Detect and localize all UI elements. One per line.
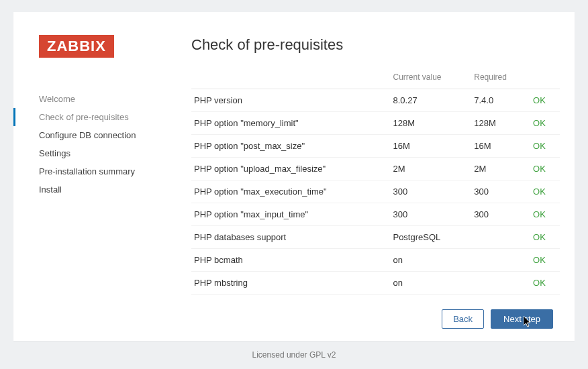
cell-name: PHP option "max_execution_time" [191, 180, 390, 203]
cell-required: 300 [471, 180, 530, 203]
cell-current: on [390, 249, 471, 272]
table-row: PHP option "upload_max_filesize"2M2MOK [191, 158, 560, 180]
table-row: PHP option "memory_limit"128M128MOK [191, 112, 560, 135]
cell-required: 128M [471, 112, 530, 135]
nav-item-4[interactable]: Pre-installation summary [39, 162, 178, 180]
cell-current: 16M [390, 135, 471, 158]
cell-name: PHP option "post_max_size" [191, 135, 390, 158]
cell-required: 2M [471, 158, 530, 180]
cell-status: OK [530, 180, 560, 203]
table-row: PHP option "max_execution_time"300300OK [191, 180, 560, 203]
back-button[interactable]: Back [442, 309, 484, 329]
table-row: PHP bcmathonOK [191, 249, 560, 272]
nav-item-3[interactable]: Settings [39, 144, 178, 162]
cell-current: PostgreSQL [390, 226, 471, 249]
cell-required: 7.4.0 [471, 89, 530, 112]
cell-name: PHP databases support [191, 226, 390, 249]
cell-status: OK [530, 203, 560, 226]
nav-item-1[interactable]: Check of pre-requisites [13, 108, 178, 126]
col-header-name [191, 67, 390, 89]
cell-current: 300 [390, 180, 471, 203]
cell-name: PHP bcmath [191, 249, 390, 272]
cell-status: OK [530, 135, 560, 158]
cell-required: 16M [471, 135, 530, 158]
logo: ZABBIX [39, 35, 114, 58]
cell-name: PHP option "memory_limit" [191, 112, 390, 135]
nav-list: WelcomeCheck of pre-requisitesConfigure … [39, 90, 178, 199]
col-header-status [530, 67, 560, 89]
cell-required [471, 249, 530, 272]
cell-required: 300 [471, 203, 530, 226]
cell-status: OK [530, 272, 560, 295]
cell-status: OK [530, 249, 560, 272]
col-header-current: Current value [390, 67, 471, 89]
footer-buttons: Back Next step [191, 297, 560, 341]
cell-current: 8.0.27 [390, 89, 471, 112]
table-row: PHP option "max_input_time"300300OK [191, 203, 560, 226]
cell-current: 128M [390, 112, 471, 135]
cell-required [471, 272, 530, 295]
table-row: PHP option "post_max_size"16M16MOK [191, 135, 560, 158]
setup-card: ZABBIX WelcomeCheck of pre-requisitesCon… [13, 12, 575, 341]
table-row: PHP mbstringonOK [191, 272, 560, 295]
table-row: PHP databases supportPostgreSQLOK [191, 226, 560, 249]
cell-name: PHP version [191, 89, 390, 112]
cell-name: PHP option "upload_max_filesize" [191, 158, 390, 180]
cell-current: on [390, 272, 471, 295]
requirements-table: Current value Required PHP version8.0.27… [191, 67, 560, 297]
col-header-required: Required [471, 67, 530, 89]
cell-status: OK [530, 158, 560, 180]
sidebar: ZABBIX WelcomeCheck of pre-requisitesCon… [13, 12, 178, 341]
nav-item-0[interactable]: Welcome [39, 90, 178, 108]
main-content: Check of pre-requisites Current value Re… [178, 12, 575, 341]
cell-status: OK [530, 226, 560, 249]
cell-status: OK [530, 112, 560, 135]
nav-item-2[interactable]: Configure DB connection [39, 126, 178, 144]
next-step-button[interactable]: Next step [491, 309, 553, 329]
cell-name: PHP option "max_input_time" [191, 203, 390, 226]
cell-required [471, 226, 530, 249]
cell-current: 300 [390, 203, 471, 226]
license-text: Licensed under GPL v2 [0, 350, 588, 360]
page-title: Check of pre-requisites [191, 36, 560, 54]
cell-name: PHP mbstring [191, 272, 390, 295]
cell-status: OK [530, 89, 560, 112]
table-row: PHP version8.0.277.4.0OK [191, 89, 560, 112]
cell-current: 2M [390, 158, 471, 180]
requirements-table-scroll[interactable]: Current value Required PHP version8.0.27… [191, 67, 560, 297]
nav-item-5[interactable]: Install [39, 180, 178, 199]
